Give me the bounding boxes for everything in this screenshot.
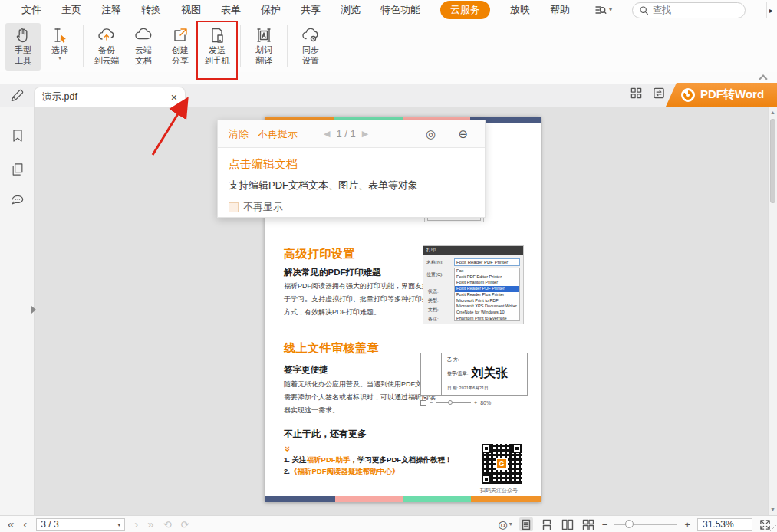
menu-cloud-service-active[interactable]: 云服务 <box>440 1 490 19</box>
tab-switch-icon[interactable] <box>653 87 665 99</box>
single-page-view-button[interactable] <box>519 517 533 531</box>
menu-browse[interactable]: 浏览 <box>341 3 361 17</box>
eye-icon: ◎ <box>499 518 508 530</box>
facing-continuous-view-button[interactable] <box>581 517 595 531</box>
menu-slideshow[interactable]: 放映 <box>510 3 530 17</box>
menu-comment[interactable]: 注释 <box>101 3 121 17</box>
page-bottom-color-bar <box>265 496 541 502</box>
bookmarks-panel-icon[interactable] <box>10 128 25 143</box>
select-label: 选择 <box>51 44 68 55</box>
hand-tool-label-2: 工具 <box>15 55 31 66</box>
menu-view[interactable]: 视图 <box>181 3 201 17</box>
popup-clear-button[interactable]: 清除 <box>229 127 249 141</box>
view-options-button[interactable]: ◎ ▾ <box>499 518 512 530</box>
continuous-view-button[interactable] <box>540 517 554 531</box>
scroll-down-icon[interactable]: ▼ <box>770 507 775 512</box>
fullscreen-button[interactable] <box>759 519 771 530</box>
more-item-1: 1. 关注福昕PDF助手，学习更多PDF文档操作教程！ <box>284 455 453 465</box>
cloud-documents-button[interactable]: 云端 文档 <box>126 23 161 71</box>
last-page-button[interactable]: » <box>147 517 153 532</box>
cloud-doc-label-2: 文档 <box>135 55 152 66</box>
zoom-slider-knob[interactable] <box>625 520 634 528</box>
select-tool-button[interactable]: 选择 ▾ <box>42 23 77 71</box>
zoom-slider[interactable] <box>614 524 677 525</box>
popup-header: 清除 不再提示 ◀ 1 / 1 ▶ ◎ ⊖ <box>218 120 485 148</box>
expand-panel-arrow[interactable] <box>31 306 36 314</box>
hand-tool-button[interactable]: 手型 工具 <box>5 23 41 71</box>
edit-document-link[interactable]: 点击编辑文档 <box>229 157 298 172</box>
find-searchbox[interactable] <box>632 2 746 18</box>
cloud-upload-icon <box>97 23 117 44</box>
cloud-icon <box>133 23 153 44</box>
popup-minimize-icon[interactable]: ⊖ <box>458 127 468 141</box>
pages-panel-icon[interactable] <box>10 162 25 177</box>
search-icon <box>639 5 649 15</box>
create-share-button[interactable]: 创建 分享 <box>163 23 198 71</box>
foxit-logo-icon <box>681 88 695 102</box>
caret-down-icon: ▾ <box>58 55 61 61</box>
annotation-red-arrow <box>142 90 203 161</box>
backup-label-1: 备份 <box>98 44 115 55</box>
popup-settings-icon[interactable]: ◎ <box>426 127 436 141</box>
comments-panel-icon[interactable] <box>10 195 25 211</box>
vertical-scrollbar[interactable]: ▲ ▼ <box>768 107 777 515</box>
popup-dismiss-button[interactable]: 不再提示 <box>258 127 298 141</box>
backup-to-cloud-button[interactable]: 备份 到云端 <box>89 23 124 71</box>
menu-help[interactable]: 帮助 <box>550 3 570 17</box>
sync-label-2: 设置 <box>302 55 319 66</box>
pager-next-icon[interactable]: ▶ <box>362 129 368 139</box>
share-label-2: 分享 <box>172 55 189 66</box>
page-number-dropdown[interactable]: 3 / 3 ▾ <box>36 518 125 531</box>
next-view-button[interactable]: ⟳ <box>181 519 189 530</box>
pdf-to-word-button[interactable]: PDF转Word <box>666 83 777 107</box>
zoom-in-button[interactable]: + <box>684 519 690 530</box>
resize-grip[interactable] <box>770 525 776 531</box>
send-to-phone-button[interactable]: 发送 到手机 <box>199 23 235 71</box>
pager-count: 1 / 1 <box>336 128 355 140</box>
toolbar-collapse-strip <box>0 72 777 84</box>
find-input[interactable] <box>653 5 729 15</box>
zoom-value-field[interactable]: 31.53% <box>697 518 752 531</box>
first-page-button[interactable]: « <box>8 517 14 532</box>
annotation-red-box <box>196 21 238 80</box>
word-translate-button[interactable]: 划词 翻译 <box>246 23 281 71</box>
facing-view-button[interactable] <box>561 517 575 531</box>
menu-convert[interactable]: 转换 <box>141 3 161 17</box>
caret-down-icon: ▾ <box>117 521 120 528</box>
section3-heading: 线上文件审核盖章 <box>284 341 379 356</box>
zoom-out-button[interactable]: − <box>602 519 608 530</box>
print-dialog-thumbnail: 打印 名称(N): 位置(C): 状态: 类型: 文档: 备注: Foxit R… <box>423 245 524 324</box>
popup-pager: ◀ 1 / 1 ▶ <box>324 128 368 140</box>
menu-share[interactable]: 共享 <box>301 3 321 17</box>
hand-tool-label-1: 手型 <box>15 44 31 55</box>
scroll-up-icon[interactable]: ▲ <box>770 110 775 115</box>
annotate-pen-button[interactable] <box>6 86 28 105</box>
menu-home[interactable]: 主页 <box>61 3 81 17</box>
pager-prev-icon[interactable]: ◀ <box>324 129 330 139</box>
caret-down-icon: ▾ <box>609 7 612 13</box>
menu-form[interactable]: 表单 <box>221 3 241 17</box>
menu-features[interactable]: 特色功能 <box>380 3 420 17</box>
previous-page-button[interactable]: ‹ <box>23 517 27 532</box>
next-page-button[interactable]: › <box>134 517 138 532</box>
translate-label-2: 翻译 <box>255 55 272 66</box>
popup-body: 点击编辑文档 支持编辑PDF文档文本、图片、表单等对象 不再显示 <box>218 148 485 214</box>
menubar-overflow-button[interactable]: ▸ <box>766 2 775 18</box>
menu-file[interactable]: 文件 <box>21 3 41 17</box>
sync-settings-button[interactable]: 同步 设置 <box>293 23 328 71</box>
collapse-toolbar-icon[interactable] <box>759 74 767 83</box>
tab-grid-icon[interactable] <box>630 87 642 99</box>
cloud-service-toolbar: 手型 工具 选择 ▾ 备份 到云端 <box>0 20 777 72</box>
share-label-1: 创建 <box>172 44 189 55</box>
statusbar: « ‹ 3 / 3 ▾ › » ⟲ ⟳ ◎ ▾ <box>0 515 777 532</box>
previous-view-button[interactable]: ⟲ <box>163 519 172 530</box>
menu-protect[interactable]: 保护 <box>261 3 281 17</box>
scrollbar-thumb[interactable] <box>770 119 775 203</box>
search-options-button[interactable]: ▾ <box>594 4 612 16</box>
dont-show-checkbox[interactable] <box>229 202 239 212</box>
translate-label-1: 划词 <box>255 44 272 55</box>
toolbar-separator <box>240 25 241 67</box>
document-area: 高级搜索功能 快速定位PDF文档内容 福昕PDF阅读器提供文本查找功能 (快捷键… <box>0 107 777 515</box>
foxit-reader-window: 文件 主页 注释 转换 视图 表单 保护 共享 浏览 特色功能 云服务 放映 帮… <box>0 0 777 532</box>
section2-body: 福昕PDF阅读器拥有强大的打印功能，界面友好易 于学习。支持虚拟打印、批量打印等… <box>284 280 436 319</box>
